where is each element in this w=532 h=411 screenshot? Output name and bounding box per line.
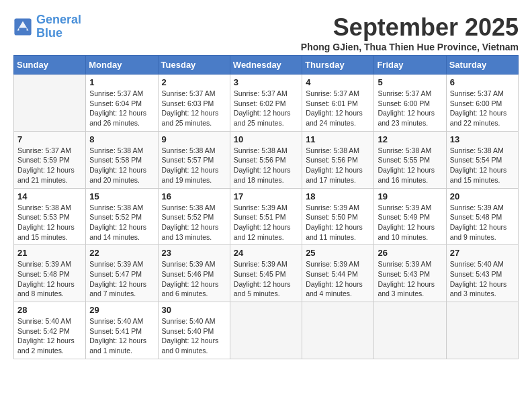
calendar-week-row: 28Sunrise: 5:40 AM Sunset: 5:42 PM Dayli… [14, 302, 519, 359]
day-number: 30 [162, 305, 226, 315]
day-info: Sunrise: 5:40 AM Sunset: 5:40 PM Dayligh… [162, 316, 226, 356]
location-subtitle: Phong GJien, Thua Thien Hue Province, Vi… [301, 42, 519, 52]
day-info: Sunrise: 5:39 AM Sunset: 5:48 PM Dayligh… [17, 259, 82, 299]
day-info: Sunrise: 5:39 AM Sunset: 5:45 PM Dayligh… [234, 259, 298, 299]
day-number: 4 [306, 77, 370, 87]
calendar-day-cell [230, 302, 302, 359]
day-info: Sunrise: 5:38 AM Sunset: 5:56 PM Dayligh… [234, 146, 298, 185]
day-info: Sunrise: 5:38 AM Sunset: 5:53 PM Dayligh… [17, 203, 82, 242]
calendar-day-cell: 17Sunrise: 5:39 AM Sunset: 5:51 PM Dayli… [230, 188, 302, 245]
day-info: Sunrise: 5:37 AM Sunset: 6:01 PM Dayligh… [306, 89, 370, 128]
calendar-week-row: 14Sunrise: 5:38 AM Sunset: 5:53 PM Dayli… [14, 188, 519, 245]
calendar-header-row: SundayMondayTuesdayWednesdayThursdayFrid… [14, 56, 519, 75]
day-info: Sunrise: 5:38 AM Sunset: 5:54 PM Dayligh… [450, 146, 515, 185]
logo-text: General Blue [36, 13, 81, 40]
day-info: Sunrise: 5:38 AM Sunset: 5:55 PM Dayligh… [378, 146, 442, 185]
weekday-header: Sunday [14, 56, 86, 75]
calendar-day-cell: 3Sunrise: 5:37 AM Sunset: 6:02 PM Daylig… [230, 75, 302, 132]
page-header: General Blue September 2025 Phong GJien,… [13, 13, 519, 52]
calendar-day-cell: 9Sunrise: 5:38 AM Sunset: 5:57 PM Daylig… [158, 131, 230, 188]
calendar-day-cell: 14Sunrise: 5:38 AM Sunset: 5:53 PM Dayli… [14, 188, 86, 245]
day-info: Sunrise: 5:39 AM Sunset: 5:46 PM Dayligh… [162, 259, 226, 299]
day-number: 25 [306, 248, 370, 258]
calendar-day-cell: 13Sunrise: 5:38 AM Sunset: 5:54 PM Dayli… [446, 131, 518, 188]
day-number: 7 [17, 134, 82, 144]
calendar-day-cell: 20Sunrise: 5:39 AM Sunset: 5:48 PM Dayli… [446, 188, 518, 245]
calendar-day-cell [302, 302, 374, 359]
weekday-header: Thursday [302, 56, 374, 75]
day-number: 22 [89, 248, 154, 258]
day-number: 1 [89, 77, 154, 87]
day-info: Sunrise: 5:39 AM Sunset: 5:48 PM Dayligh… [450, 203, 515, 242]
day-number: 6 [450, 77, 515, 87]
calendar-day-cell: 1Sunrise: 5:37 AM Sunset: 6:04 PM Daylig… [86, 75, 158, 132]
day-number: 23 [162, 248, 226, 258]
calendar-day-cell: 7Sunrise: 5:37 AM Sunset: 5:59 PM Daylig… [14, 131, 86, 188]
logo: General Blue [13, 13, 81, 40]
day-number: 20 [450, 191, 515, 201]
calendar-day-cell: 4Sunrise: 5:37 AM Sunset: 6:01 PM Daylig… [302, 75, 374, 132]
calendar-day-cell: 26Sunrise: 5:39 AM Sunset: 5:43 PM Dayli… [374, 245, 446, 302]
day-number: 3 [234, 77, 298, 87]
calendar-day-cell: 21Sunrise: 5:39 AM Sunset: 5:48 PM Dayli… [14, 245, 86, 302]
day-info: Sunrise: 5:39 AM Sunset: 5:49 PM Dayligh… [378, 203, 442, 242]
calendar-day-cell: 6Sunrise: 5:37 AM Sunset: 6:00 PM Daylig… [446, 75, 518, 132]
day-info: Sunrise: 5:38 AM Sunset: 5:52 PM Dayligh… [89, 203, 154, 242]
calendar-day-cell: 22Sunrise: 5:39 AM Sunset: 5:47 PM Dayli… [86, 245, 158, 302]
day-info: Sunrise: 5:37 AM Sunset: 5:59 PM Dayligh… [17, 146, 82, 185]
day-info: Sunrise: 5:39 AM Sunset: 5:43 PM Dayligh… [378, 259, 442, 299]
day-number: 9 [162, 134, 226, 144]
calendar-day-cell: 24Sunrise: 5:39 AM Sunset: 5:45 PM Dayli… [230, 245, 302, 302]
calendar-week-row: 21Sunrise: 5:39 AM Sunset: 5:48 PM Dayli… [14, 245, 519, 302]
day-info: Sunrise: 5:38 AM Sunset: 5:56 PM Dayligh… [306, 146, 370, 185]
day-number: 12 [378, 134, 442, 144]
day-number: 5 [378, 77, 442, 87]
day-info: Sunrise: 5:38 AM Sunset: 5:52 PM Dayligh… [162, 203, 226, 242]
calendar-day-cell: 15Sunrise: 5:38 AM Sunset: 5:52 PM Dayli… [86, 188, 158, 245]
day-info: Sunrise: 5:37 AM Sunset: 6:00 PM Dayligh… [378, 89, 442, 128]
calendar-day-cell: 5Sunrise: 5:37 AM Sunset: 6:00 PM Daylig… [374, 75, 446, 132]
day-number: 10 [234, 134, 298, 144]
day-number: 21 [17, 248, 82, 258]
day-number: 26 [378, 248, 442, 258]
calendar-day-cell: 2Sunrise: 5:37 AM Sunset: 6:03 PM Daylig… [158, 75, 230, 132]
calendar-day-cell: 29Sunrise: 5:40 AM Sunset: 5:41 PM Dayli… [86, 302, 158, 359]
weekday-header: Monday [86, 56, 158, 75]
day-number: 29 [89, 305, 154, 315]
calendar-day-cell: 27Sunrise: 5:40 AM Sunset: 5:43 PM Dayli… [446, 245, 518, 302]
day-number: 14 [17, 191, 82, 201]
calendar-day-cell: 11Sunrise: 5:38 AM Sunset: 5:56 PM Dayli… [302, 131, 374, 188]
calendar-day-cell [14, 75, 86, 132]
calendar-day-cell: 12Sunrise: 5:38 AM Sunset: 5:55 PM Dayli… [374, 131, 446, 188]
calendar-day-cell [374, 302, 446, 359]
calendar-day-cell: 25Sunrise: 5:39 AM Sunset: 5:44 PM Dayli… [302, 245, 374, 302]
calendar-day-cell: 8Sunrise: 5:38 AM Sunset: 5:58 PM Daylig… [86, 131, 158, 188]
day-number: 16 [162, 191, 226, 201]
calendar-table: SundayMondayTuesdayWednesdayThursdayFrid… [13, 55, 519, 359]
calendar-day-cell: 28Sunrise: 5:40 AM Sunset: 5:42 PM Dayli… [14, 302, 86, 359]
calendar-day-cell: 19Sunrise: 5:39 AM Sunset: 5:49 PM Dayli… [374, 188, 446, 245]
logo-icon [13, 17, 32, 36]
weekday-header: Wednesday [230, 56, 302, 75]
day-info: Sunrise: 5:37 AM Sunset: 6:02 PM Dayligh… [234, 89, 298, 128]
day-number: 15 [89, 191, 154, 201]
day-info: Sunrise: 5:40 AM Sunset: 5:42 PM Dayligh… [17, 316, 82, 356]
day-number: 24 [234, 248, 298, 258]
calendar-day-cell [446, 302, 518, 359]
calendar-day-cell: 30Sunrise: 5:40 AM Sunset: 5:40 PM Dayli… [158, 302, 230, 359]
day-info: Sunrise: 5:37 AM Sunset: 6:04 PM Dayligh… [89, 89, 154, 128]
weekday-header: Saturday [446, 56, 518, 75]
day-number: 27 [450, 248, 515, 258]
calendar-day-cell: 16Sunrise: 5:38 AM Sunset: 5:52 PM Dayli… [158, 188, 230, 245]
day-number: 18 [306, 191, 370, 201]
calendar-day-cell: 23Sunrise: 5:39 AM Sunset: 5:46 PM Dayli… [158, 245, 230, 302]
day-number: 13 [450, 134, 515, 144]
weekday-header: Tuesday [158, 56, 230, 75]
svg-rect-2 [19, 28, 26, 32]
day-info: Sunrise: 5:38 AM Sunset: 5:58 PM Dayligh… [89, 146, 154, 185]
month-title: September 2025 [301, 13, 519, 42]
day-number: 11 [306, 134, 370, 144]
calendar-week-row: 7Sunrise: 5:37 AM Sunset: 5:59 PM Daylig… [14, 131, 519, 188]
day-info: Sunrise: 5:39 AM Sunset: 5:50 PM Dayligh… [306, 203, 370, 242]
title-block: September 2025 Phong GJien, Thua Thien H… [301, 13, 519, 52]
